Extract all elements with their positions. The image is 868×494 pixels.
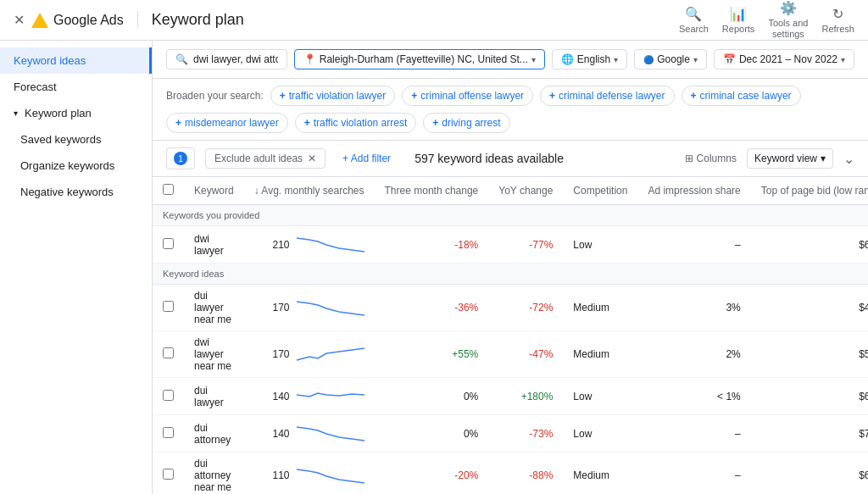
sidebar-item-organize-keywords[interactable]: Organize keywords [0,153,152,179]
three-month-cell: 0% [375,378,489,415]
broaden-chip-3[interactable]: + criminal case lawyer [682,86,801,106]
yoy-column-header[interactable]: YoY change [488,177,563,205]
broaden-chip-label-6: driving arrest [442,117,500,129]
network-value: Google [657,53,690,65]
broaden-chip-label-5: traffic violation arrest [314,117,408,129]
ad-impression-column-header[interactable]: Ad impression share [637,177,750,205]
avg-monthly-cell: 140 [244,415,375,452]
plus-icon: + [411,90,417,102]
broaden-chip-label-2: criminal defense lawyer [559,90,665,102]
table-body: Keywords you provided dwi lawyer 210 -18… [153,205,868,495]
sidebar-item-keyword-plan[interactable]: ▾ Keyword plan [0,100,152,126]
row-checkbox[interactable] [163,347,174,358]
table-row: dui lawyer near me 170 -36% -72% Medium … [153,285,868,331]
location-chevron-icon: ▾ [531,55,536,64]
exclude-adult-button[interactable]: Exclude adult ideas ✕ [205,148,326,169]
sparkline-chart [297,420,364,447]
select-all-checkbox[interactable] [163,184,174,195]
broaden-chip-2[interactable]: + criminal defense lawyer [540,86,674,106]
add-filter-button[interactable]: + Add filter [336,149,398,168]
broaden-chip-label-0: traffic violation lawyer [289,90,387,102]
tools-action[interactable]: ⚙️ Tools andsettings [768,0,808,40]
table-row: dui attorney 140 0% -73% Low – $7.67 $40… [153,415,868,452]
keyword-count-label: 597 keyword ideas available [415,152,564,165]
row-checkbox[interactable] [163,238,174,249]
broaden-chip-label-3: criminal case lawyer [700,90,792,102]
table-section-header: Keywords you provided [153,205,868,226]
keyword-search-field[interactable]: 🔍 [166,49,287,69]
date-chevron-icon: ▾ [841,55,845,64]
row-checkbox[interactable] [163,427,174,438]
competition-cell: Medium [563,285,637,331]
columns-button[interactable]: ⊞ Columns [685,153,737,164]
network-filter[interactable]: 🔵 Google ▾ [634,49,707,69]
view-chevron-icon: ▾ [821,153,826,164]
keyword-cell: dui lawyer near me [184,285,244,331]
sidebar-label-keyword-ideas: Keyword ideas [14,54,86,67]
row-checkbox-cell[interactable] [153,226,184,264]
close-icon[interactable]: ✕ [14,12,25,28]
top-bid-low-cell: $6.93 [751,452,868,495]
keyword-search-input[interactable] [193,53,278,65]
date-range-filter[interactable]: 📅 Dec 2021 – Nov 2022 ▾ [714,49,854,69]
top-bid-low-cell: $6.30 [751,378,868,415]
google-ads-logo: Google Ads [31,13,124,28]
row-checkbox[interactable] [163,301,174,312]
keyword-table-container[interactable]: Keyword ↓ Avg. monthly searches Three mo… [153,177,868,494]
avg-monthly-cell: 110 [244,452,375,495]
row-checkbox-cell[interactable] [153,452,184,495]
sidebar-item-forecast[interactable]: Forecast [0,74,152,100]
competition-cell: Medium [563,331,637,378]
sidebar-label-keyword-plan: Keyword plan [25,107,92,119]
broaden-chip-6[interactable]: + driving arrest [423,113,509,133]
row-checkbox[interactable] [163,469,174,480]
keyword-cell: dwi lawyer [184,226,244,264]
sidebar-item-saved-keywords[interactable]: Saved keywords [0,126,152,153]
sidebar-label-saved-keywords: Saved keywords [20,133,101,146]
top-bid-low-cell: $6.75 [751,226,868,264]
select-all-header[interactable] [153,177,184,205]
row-checkbox-cell[interactable] [153,331,184,378]
three-month-cell: +55% [375,331,489,378]
broaden-chip-label-1: criminal offense lawyer [420,90,524,102]
location-value: Raleigh-Durham (Fayetteville) NC, United… [320,53,528,65]
expand-icon[interactable]: ⌄ [843,151,854,167]
row-checkbox-cell[interactable] [153,285,184,331]
search-action[interactable]: 🔍 Search [679,6,709,34]
section-header-label: Keywords you provided [153,205,868,226]
avg-monthly-column-header[interactable]: ↓ Avg. monthly searches [244,177,375,205]
ad-impression-cell: – [637,415,750,452]
keyword-column-header[interactable]: Keyword [184,177,244,205]
reports-action[interactable]: 📊 Reports [722,6,755,34]
language-filter[interactable]: 🌐 English ▾ [552,49,627,69]
avg-monthly-cell: 210 [244,226,375,264]
broaden-chip-5[interactable]: + traffic violation arrest [295,113,417,133]
filters-bar: 🔍 📍 Raleigh-Durham (Fayetteville) NC, Un… [153,41,868,79]
broaden-chip-1[interactable]: + criminal offense lawyer [402,86,533,106]
plus-icon: + [691,90,697,102]
avg-monthly-cell: 170 [244,285,375,331]
toolbar-right: ⊞ Columns Keyword view ▾ ⌄ [685,148,854,169]
refresh-action[interactable]: ↻ Refresh [821,6,854,34]
three-month-column-header[interactable]: Three month change [375,177,489,205]
filter-badge-button[interactable]: 1 [166,147,195,169]
competition-column-header[interactable]: Competition [563,177,637,205]
sparkline-chart [297,463,364,489]
three-month-cell: -18% [375,226,489,264]
chevron-down-icon: ▾ [14,108,18,118]
view-label: Keyword view [754,153,817,164]
columns-grid-icon: ⊞ [685,153,693,164]
broaden-chip-0[interactable]: + traffic violation lawyer [270,86,396,106]
row-checkbox-cell[interactable] [153,378,184,415]
location-filter[interactable]: 📍 Raleigh-Durham (Fayetteville) NC, Unit… [294,49,545,69]
row-checkbox-cell[interactable] [153,415,184,452]
top-bar: ✕ Google Ads Keyword plan 🔍 Search 📊 Rep… [0,0,868,41]
sparkline-chart [297,295,364,321]
view-selector[interactable]: Keyword view ▾ [747,148,833,169]
sidebar-item-keyword-ideas[interactable]: Keyword ideas [0,47,152,74]
competition-cell: Low [563,378,637,415]
broaden-chip-4[interactable]: + misdemeanor lawyer [166,113,288,133]
row-checkbox[interactable] [163,390,174,401]
top-bid-low-column-header[interactable]: Top of page bid (low range) [751,177,868,205]
sidebar-item-negative-keywords[interactable]: Negative keywords [0,179,152,205]
